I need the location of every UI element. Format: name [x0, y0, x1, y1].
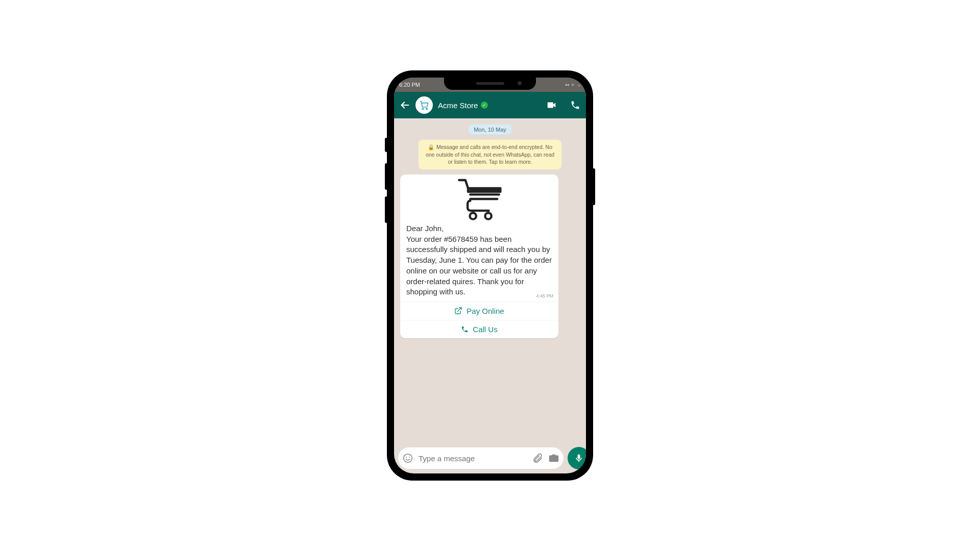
message-input[interactable]	[419, 454, 527, 463]
external-link-icon	[454, 307, 462, 315]
video-icon	[546, 99, 557, 111]
svg-rect-12	[578, 461, 579, 462]
microphone-icon	[574, 453, 584, 463]
arrow-left-icon	[399, 99, 410, 111]
shopping-cart-icon	[451, 177, 507, 221]
speaker-grille	[476, 82, 504, 85]
svg-point-2	[426, 108, 428, 110]
pay-online-button[interactable]: Pay Online	[400, 302, 558, 320]
video-call-button[interactable]	[546, 99, 557, 111]
volume-down-button	[385, 196, 388, 223]
front-camera	[518, 81, 522, 85]
contact-avatar[interactable]	[415, 96, 433, 114]
emoji-button[interactable]	[402, 453, 413, 464]
phone-frame: 6:20 PM •• ᯤ ◡ Acme Store ✓	[388, 71, 592, 480]
volume-up-button	[385, 163, 388, 190]
voice-message-button[interactable]	[568, 447, 586, 469]
contact-name[interactable]: Acme Store	[438, 101, 478, 110]
phone-screen: 6:20 PM •• ᯤ ◡ Acme Store ✓	[394, 78, 586, 473]
message-text: Your order #5678459 has been successfull…	[406, 234, 552, 297]
side-button	[385, 138, 388, 152]
back-button[interactable]	[399, 99, 410, 111]
phone-notch	[444, 77, 536, 90]
encryption-text: Message and calls are end-to-end encrypt…	[426, 144, 554, 165]
svg-point-11	[409, 457, 410, 458]
phone-icon	[570, 100, 580, 110]
emoji-icon	[402, 453, 413, 464]
paperclip-icon	[532, 453, 543, 464]
call-us-button[interactable]: Call Us	[400, 320, 558, 338]
message-time: 4:45 PM	[536, 293, 553, 299]
verified-badge-icon: ✓	[481, 102, 488, 109]
svg-point-7	[485, 213, 491, 219]
camera-icon	[548, 453, 559, 464]
chat-header: Acme Store ✓	[394, 92, 586, 118]
svg-point-10	[406, 457, 407, 458]
power-button	[592, 168, 595, 205]
camera-button[interactable]	[548, 453, 559, 464]
message-input-container	[398, 447, 564, 469]
message-actions: Pay Online Call Us	[400, 302, 558, 338]
voice-call-button[interactable]	[570, 99, 581, 111]
phone-icon	[461, 325, 469, 333]
incoming-message[interactable]: Dear John, Your order #5678459 has been …	[400, 174, 558, 338]
svg-point-9	[404, 454, 412, 463]
message-body: Dear John, Your order #5678459 has been …	[400, 223, 558, 302]
pay-online-label: Pay Online	[467, 307, 504, 315]
message-greeting: Dear John,	[406, 223, 552, 234]
call-us-label: Call Us	[473, 325, 497, 334]
status-time: 6:20 PM	[399, 82, 420, 88]
attach-button[interactable]	[532, 453, 543, 464]
cart-icon	[419, 100, 429, 110]
svg-point-6	[470, 213, 476, 219]
encryption-notice[interactable]: 🔒Message and calls are end-to-end encryp…	[419, 140, 561, 169]
svg-line-8	[458, 308, 461, 311]
chat-area[interactable]: Mon, 10 May 🔒Message and calls are end-t…	[394, 118, 586, 443]
message-header-image	[400, 174, 558, 223]
lock-icon: 🔒	[428, 144, 434, 150]
status-indicators: •• ᯤ ◡	[565, 82, 581, 88]
message-input-bar	[394, 443, 586, 473]
svg-point-1	[422, 108, 424, 110]
date-separator: Mon, 10 May	[469, 124, 511, 135]
